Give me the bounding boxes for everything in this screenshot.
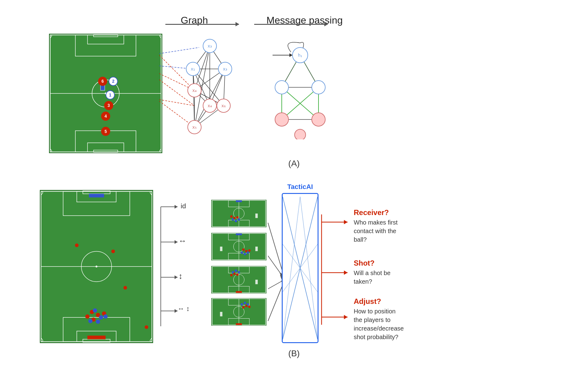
svg-point-100: [96, 313, 100, 317]
svg-text:3: 3: [107, 103, 110, 108]
svg-line-191: [300, 197, 318, 339]
svg-point-96: [111, 250, 115, 253]
section-b: id ↔ ↕ ↔ ↕: [0, 181, 588, 361]
svg-point-108: [96, 320, 100, 324]
svg-rect-166: [255, 280, 258, 284]
svg-point-163: [235, 270, 237, 272]
svg-point-106: [88, 319, 92, 323]
svg-rect-165: [236, 291, 242, 293]
svg-line-184: [268, 280, 283, 289]
output-receiver-text: Who makes firstcontact with theball?: [354, 218, 398, 244]
svg-marker-200: [344, 315, 348, 319]
svg-line-23: [159, 47, 199, 54]
svg-rect-178: [236, 323, 242, 325]
svg-rect-109: [87, 336, 105, 339]
svg-rect-92: [83, 191, 110, 194]
svg-point-13: [106, 91, 115, 99]
section-a-label: (A): [288, 159, 300, 168]
svg-rect-90: [63, 317, 130, 342]
svg-rect-0: [50, 35, 161, 152]
svg-point-137: [238, 218, 240, 221]
svg-point-95: [75, 244, 79, 247]
svg-point-134: [236, 216, 239, 219]
msg-arrow: [254, 24, 328, 25]
svg-text:x₃: x₃: [208, 43, 212, 48]
svg-point-11: [109, 77, 118, 86]
graph-nodes-svg: x₃ x₁ x₃ x₄ x₆ x₄ x₅: [159, 29, 260, 161]
svg-point-145: [242, 248, 245, 251]
section-b-label: (B): [288, 349, 300, 358]
svg-point-102: [102, 311, 106, 316]
svg-rect-10: [100, 81, 105, 90]
svg-point-148: [241, 252, 243, 254]
svg-point-82: [312, 113, 325, 126]
section-a: Graph Message passing: [0, 6, 588, 172]
svg-point-149: [244, 253, 246, 255]
svg-point-21: [101, 127, 110, 136]
svg-rect-84: [41, 191, 152, 342]
svg-rect-4: [75, 35, 136, 56]
svg-marker-120: [175, 275, 178, 279]
svg-line-186: [268, 283, 283, 321]
svg-point-132: [230, 215, 233, 218]
svg-rect-152: [220, 247, 222, 251]
svg-rect-89: [77, 191, 116, 202]
svg-text:6: 6: [101, 79, 104, 84]
output-adjust-text: How to positionthe players toincrease/de…: [354, 307, 404, 341]
svg-marker-76: [289, 53, 292, 57]
tacticai-box: TacticAI: [282, 193, 318, 343]
svg-point-80: [312, 81, 325, 94]
tacticai-label: TacticAI: [287, 183, 313, 191]
svg-point-19: [101, 112, 110, 120]
svg-rect-6: [75, 131, 136, 152]
mini-field-flip-h: [211, 233, 266, 260]
svg-rect-138: [236, 200, 242, 202]
svg-marker-198: [344, 271, 348, 275]
output-receiver-title: Receiver?: [354, 208, 398, 217]
svg-point-159: [230, 274, 233, 276]
svg-text:x₅: x₅: [192, 124, 197, 130]
svg-rect-88: [63, 191, 130, 216]
svg-rect-153: [255, 247, 258, 251]
svg-point-3: [105, 93, 107, 94]
svg-point-103: [91, 317, 96, 322]
svg-point-79: [275, 81, 288, 94]
output-shot-text: Will a shot betaken?: [354, 269, 390, 286]
svg-marker-118: [175, 240, 178, 244]
soccer-field-b: [40, 190, 153, 343]
arrows-from-tacticai: [318, 190, 355, 343]
svg-rect-139: [255, 214, 258, 218]
output-adjust: Adjust? How to positionthe players toinc…: [354, 297, 404, 341]
svg-text:5: 5: [104, 129, 107, 134]
svg-point-174: [248, 305, 251, 308]
svg-point-177: [247, 303, 249, 306]
svg-point-161: [236, 273, 239, 276]
svg-point-15: [98, 77, 107, 86]
soccer-field-a: 2 1 6 3 4 5: [49, 34, 162, 153]
svg-point-150: [247, 252, 249, 254]
svg-point-172: [242, 306, 245, 308]
output-shot-title: Shot?: [354, 259, 390, 267]
svg-rect-91: [77, 331, 116, 342]
svg-point-135: [232, 218, 234, 221]
svg-point-87: [96, 266, 97, 267]
svg-text:x₁: x₁: [191, 66, 195, 71]
output-shot: Shot? Will a shot betaken?: [354, 259, 390, 286]
svg-text:4: 4: [104, 114, 107, 119]
svg-point-99: [90, 310, 94, 314]
svg-rect-9: [93, 150, 118, 153]
mini-field-id: [211, 200, 266, 227]
svg-rect-93: [83, 339, 110, 342]
svg-point-105: [99, 315, 103, 320]
svg-rect-5: [88, 35, 124, 44]
svg-text:x₄: x₄: [192, 88, 197, 93]
svg-point-176: [244, 302, 246, 304]
output-receiver: Receiver? Who makes firstcontact with th…: [354, 208, 398, 244]
svg-rect-94: [89, 194, 104, 198]
svg-point-98: [145, 325, 148, 329]
svg-point-86: [81, 252, 112, 282]
svg-text:↔: ↔: [179, 236, 187, 245]
mini-field-flip-both: [211, 298, 266, 326]
svg-rect-7: [88, 143, 124, 152]
output-adjust-title: Adjust?: [354, 297, 404, 306]
